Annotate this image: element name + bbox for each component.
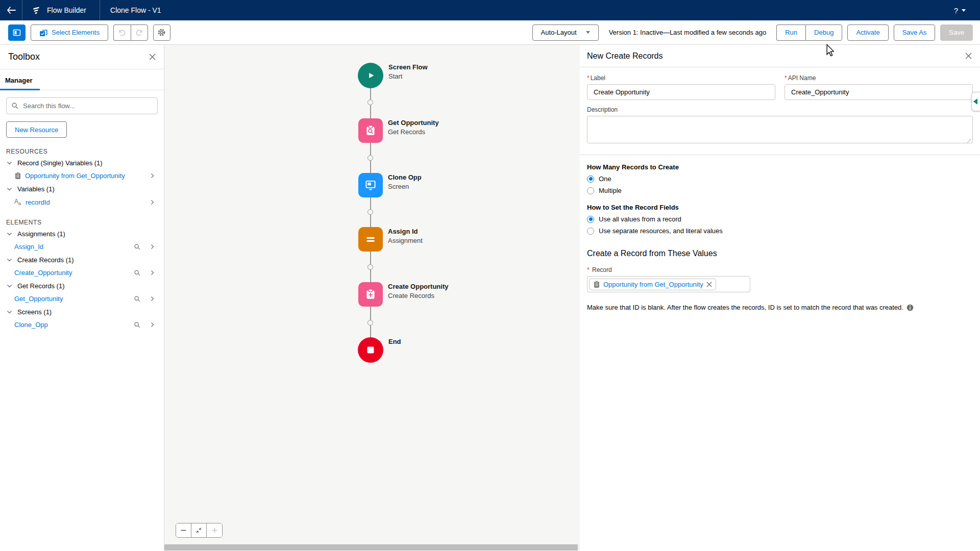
group-record-single-variables[interactable]: Record (Single) Variables (1) — [0, 156, 164, 169]
flow-canvas[interactable]: Screen Flow Start Get Opportunity Get Re… — [164, 45, 580, 551]
description-field-group: Description — [587, 106, 973, 145]
add-element-connector[interactable] — [368, 209, 373, 215]
fit-to-view-button[interactable] — [191, 523, 207, 537]
chevron-right-icon[interactable] — [149, 172, 156, 179]
group-assignments[interactable]: Assignments (1) — [0, 227, 164, 240]
resource-item-opportunity[interactable]: Opportunity from Get_Opportunity — [0, 169, 164, 182]
element-link[interactable]: Create_Opportunity — [14, 269, 130, 277]
active-tab-indicator — [0, 89, 40, 90]
radio-use-all-values[interactable]: Use all values from a record — [587, 215, 973, 223]
group-get-records[interactable]: Get Records (1) — [0, 279, 164, 292]
search-input[interactable] — [6, 97, 158, 114]
add-element-connector[interactable] — [368, 264, 373, 270]
create-records-node-button[interactable] — [358, 282, 383, 307]
zoom-out-button[interactable] — [176, 523, 191, 537]
help-menu[interactable]: ? — [954, 0, 966, 20]
start-node-button[interactable] — [358, 63, 383, 88]
back-button[interactable] — [0, 0, 22, 20]
find-in-canvas-icon[interactable] — [134, 243, 141, 251]
panel-close-button[interactable] — [965, 53, 972, 59]
select-elements-icon — [39, 29, 47, 37]
run-button[interactable]: Run — [776, 24, 805, 41]
radio-selected-icon — [587, 176, 594, 183]
how-many-records-label: How Many Records to Create — [587, 163, 973, 171]
debug-button[interactable]: Debug — [805, 24, 842, 41]
get-records-node-button[interactable] — [358, 118, 383, 143]
flow-settings-button[interactable] — [153, 24, 170, 41]
select-elements-button[interactable]: Select Elements — [31, 24, 108, 41]
scrollbar-thumb[interactable] — [164, 544, 578, 550]
zoom-in-button[interactable] — [207, 523, 222, 537]
node-start: Screen Flow Start — [358, 63, 383, 88]
chevron-right-icon[interactable] — [149, 243, 156, 250]
remove-pill-icon[interactable] — [706, 282, 712, 287]
group-label: Assignments (1) — [17, 230, 65, 238]
group-screens[interactable]: Screens (1) — [0, 305, 164, 318]
chevron-down-icon — [6, 309, 13, 315]
node-title: Get Opportunity — [388, 119, 439, 127]
flow-title: Clone Flow - V1 — [100, 0, 172, 20]
element-item-assign-id[interactable]: Assign_Id — [0, 240, 164, 253]
api-name-field-label: API Name — [788, 74, 816, 82]
layout-mode-select[interactable]: Auto-Layout — [532, 24, 599, 41]
radio-multiple[interactable]: Multiple — [587, 187, 973, 194]
toggle-toolbox-button[interactable] — [8, 24, 26, 41]
plus-icon — [211, 527, 218, 534]
add-element-connector[interactable] — [368, 99, 373, 105]
save-as-button[interactable]: Save As — [894, 24, 936, 41]
toolbox-close-button[interactable] — [149, 54, 156, 60]
resource-link[interactable]: Opportunity from Get_Opportunity — [25, 172, 145, 180]
activate-button[interactable]: Activate — [847, 24, 888, 41]
record-combobox[interactable]: Opportunity from Get_Opportunity — [587, 276, 750, 292]
info-icon[interactable] — [906, 304, 914, 311]
save-button[interactable]: Save — [940, 24, 973, 41]
radio-unselected-icon — [587, 187, 594, 194]
canvas-horizontal-scrollbar[interactable] — [164, 544, 580, 551]
element-item-create-opportunity[interactable]: Create_Opportunity — [0, 266, 164, 279]
resource-link[interactable]: recordId — [26, 198, 145, 206]
redo-button[interactable] — [131, 24, 148, 41]
radio-unselected-icon — [587, 228, 594, 235]
element-item-get-opportunity[interactable]: Get_Opportunity — [0, 292, 164, 305]
node-title: Screen Flow — [388, 63, 428, 71]
description-textarea[interactable] — [587, 116, 973, 143]
add-element-connector[interactable] — [368, 155, 373, 161]
canvas-zoom-controls — [176, 523, 223, 538]
expand-side-panel-button[interactable] — [971, 92, 980, 111]
resource-item-recordid[interactable]: Aa recordId — [0, 195, 164, 209]
element-link[interactable]: Assign_Id — [14, 243, 130, 251]
chevron-right-icon[interactable] — [149, 295, 156, 302]
find-in-canvas-icon[interactable] — [134, 269, 141, 277]
radio-one[interactable]: One — [587, 175, 973, 183]
radio-use-separate-resources[interactable]: Use separate resources, and literal valu… — [587, 227, 973, 235]
panel-title: New Create Records — [587, 52, 663, 61]
end-node-button[interactable] — [358, 337, 383, 363]
text-variable-icon: Aa — [14, 198, 22, 206]
group-create-records[interactable]: Create Records (1) — [0, 253, 164, 266]
version-status: Version 1: Inactive—Last modified a few … — [609, 29, 767, 36]
tab-manager[interactable]: Manager — [5, 77, 32, 84]
chevron-right-icon[interactable] — [149, 321, 156, 328]
element-link[interactable]: Clone_Opp — [14, 321, 130, 329]
assignment-node-button[interactable] — [358, 227, 383, 252]
group-variables[interactable]: Variables (1) — [0, 182, 164, 195]
add-element-connector[interactable] — [368, 320, 373, 325]
collapse-arrows-icon — [195, 527, 202, 534]
chevron-right-icon[interactable] — [149, 199, 156, 206]
required-asterisk: * — [785, 74, 787, 82]
screen-node-button[interactable] — [358, 173, 383, 197]
find-in-canvas-icon[interactable] — [134, 295, 141, 303]
element-link[interactable]: Get_Opportunity — [14, 295, 130, 303]
api-name-input[interactable] — [785, 84, 973, 100]
section-divider — [580, 155, 980, 155]
element-item-clone-opp[interactable]: Clone_Opp — [0, 318, 164, 331]
label-input[interactable] — [587, 84, 775, 100]
chevron-right-icon[interactable] — [149, 269, 156, 276]
record-pill[interactable]: Opportunity from Get_Opportunity — [589, 279, 716, 290]
create-record-section-title: Create a Record from These Values — [587, 249, 973, 258]
find-in-canvas-icon[interactable] — [134, 321, 141, 329]
new-resource-button[interactable]: New Resource — [6, 121, 67, 138]
undo-button[interactable] — [113, 24, 131, 41]
id-blank-note: Make sure that ID is blank. After the fl… — [587, 304, 973, 311]
description-label: Description — [587, 106, 973, 113]
